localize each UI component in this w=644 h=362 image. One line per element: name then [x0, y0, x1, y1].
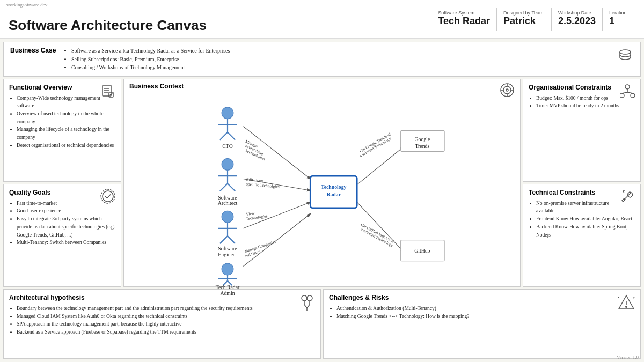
functional-overview-list: Company-Wide technology management softw…: [9, 94, 115, 150]
svg-text:Radar: Radar: [326, 191, 341, 197]
bottom-row: Architectural hypothesis Boundary betwee…: [3, 289, 641, 359]
functional-overview-icon: [100, 84, 115, 101]
svg-text:GitHub: GitHub: [414, 248, 430, 254]
iteration-field: Iteration: 1: [603, 8, 635, 31]
left-column: Functional Overview Company-Wide technol…: [3, 79, 121, 287]
svg-text:Tech Radar: Tech Radar: [216, 284, 240, 290]
cr-item-2: Matching Google Trends <--> Technology: …: [336, 313, 635, 321]
arch-hypothesis-panel: Architectural hypothesis Boundary betwee…: [3, 289, 321, 359]
svg-text:Technology: Technology: [321, 183, 347, 189]
svg-line-38: [228, 132, 235, 139]
diagram-area: Manage overarching Technologies Edit Tea…: [124, 94, 520, 287]
challenges-risks-panel: Challenges & Risks Authentication & Auth…: [323, 289, 641, 359]
version-text: Version 1.0: [617, 354, 639, 360]
system-field: Software System: Tech Radar: [431, 8, 497, 31]
header-fields: Software System: Tech Radar Designed by …: [431, 8, 635, 31]
fo-item-3: Managing the lifecycle of a technology i…: [17, 125, 115, 141]
svg-text:Engineer: Engineer: [218, 252, 237, 257]
main-row: Functional Overview Company-Wide technol…: [3, 79, 641, 287]
page-title: Software Architecture Canvas: [9, 17, 207, 34]
svg-line-73: [622, 92, 627, 93]
cr-item-1: Authentication & Authorization (Multi-Te…: [336, 305, 635, 313]
tech-constraints-list: No on-premise server infrastructure avai…: [529, 200, 635, 239]
business-case-item-2: Selling Subscriptions: Basic, Premium, E…: [71, 55, 611, 64]
site-url: workingsoftware.dev: [6, 2, 47, 8]
svg-text:Software: Software: [218, 194, 237, 200]
svg-line-18: [243, 213, 310, 266]
svg-point-9: [503, 86, 511, 94]
arch-hypothesis-title: Architectural hypothesis: [9, 294, 315, 301]
svg-text:CTO: CTO: [222, 143, 232, 149]
svg-line-43: [220, 183, 228, 191]
svg-point-71: [631, 93, 635, 98]
svg-line-44: [228, 183, 235, 191]
qg-item-4: Multi-Tenancy: Switch between Companies: [17, 239, 115, 247]
svg-point-69: [625, 85, 630, 89]
qg-item-2: Good user experience: [17, 207, 115, 215]
svg-text:Trends: Trends: [415, 143, 429, 149]
team-field: Designed by Team: Patrick: [497, 8, 552, 31]
diagram-svg: Manage overarching Technologies Edit Tea…: [124, 94, 520, 287]
org-constraints-title: Organisational Constraints: [529, 84, 635, 91]
svg-point-54: [222, 263, 233, 275]
svg-text:specific Technolgies: specific Technolgies: [246, 181, 280, 189]
tech-constraints-panel: Technical Constraints No on-premise serv…: [523, 184, 641, 287]
business-case-item-1: Software as a Service a.k.a Technology R…: [71, 47, 611, 55]
coins-icon: [617, 47, 634, 67]
ah-item-3: SPA approach in the technology managemen…: [17, 320, 315, 328]
fo-item-2: Overview of used technology in the whole…: [17, 110, 115, 125]
tc-item-2: Frontend Know How available: Angular, Re…: [536, 215, 635, 223]
ah-item-4: Backend as a Service approach (Firebase …: [17, 328, 315, 336]
functional-overview-panel: Functional Overview Company-Wide technol…: [3, 79, 121, 182]
date-field: Workshop Date: 2.5.2023: [552, 8, 603, 31]
challenges-risks-list: Authentication & Authorization (Multi-Te…: [329, 305, 635, 320]
warning-icon: [618, 294, 635, 312]
quality-goals-title: Quality Goals: [9, 189, 115, 196]
svg-point-40: [222, 158, 233, 170]
svg-line-81: [304, 305, 307, 308]
oc-item-2: Time: MVP should be ready in 2 months: [536, 102, 635, 110]
right-column: Organisational Constraints Budget: Max. …: [523, 79, 641, 287]
svg-point-34: [222, 107, 233, 119]
svg-point-7: [101, 189, 115, 203]
functional-overview-title: Functional Overview: [9, 84, 115, 91]
challenges-risks-title: Challenges & Risks: [329, 294, 635, 301]
svg-point-77: [302, 295, 307, 301]
fo-item-4: Detect organisational or technical depen…: [17, 142, 115, 150]
svg-text:Software: Software: [218, 246, 237, 252]
page: workingsoftware.dev Software Architectur…: [0, 0, 644, 362]
org-icon: [620, 84, 635, 101]
svg-text:Google: Google: [414, 136, 430, 142]
svg-text:Architect: Architect: [218, 200, 238, 206]
svg-line-51: [228, 235, 235, 243]
tech-constraints-title: Technical Constraints: [529, 189, 635, 196]
svg-point-10: [506, 89, 508, 91]
tc-item-3: Backend Know-How available: Spring Boot,…: [536, 223, 635, 239]
quality-goals-list: Fast time-to-market Good user experience…: [9, 200, 115, 247]
checkmark-icon: [100, 189, 115, 206]
business-case-title: Business Case: [10, 47, 58, 54]
svg-point-70: [620, 93, 624, 98]
ah-item-2: Managed Cloud IAM System like Auth0 or O…: [17, 313, 315, 321]
svg-line-82: [307, 305, 310, 308]
svg-line-74: [627, 92, 633, 93]
business-context-panel: Business Context: [123, 79, 521, 287]
business-case-panel: Business Case Software as a Service a.k.…: [3, 42, 641, 77]
wrench-icon: [620, 189, 635, 206]
svg-point-78: [307, 295, 312, 301]
svg-point-47: [222, 211, 233, 223]
ah-item-1: Boundary between the technology manageme…: [17, 305, 315, 313]
org-constraints-list: Budget: Max. $100 / month for ops Time: …: [529, 94, 635, 110]
svg-line-89: [618, 297, 619, 298]
quality-goals-panel: Quality Goals Fast time-to-market Good u…: [3, 184, 121, 287]
svg-line-37: [220, 132, 228, 139]
svg-point-86: [626, 306, 627, 307]
arch-hypothesis-list: Boundary between the technology manageme…: [9, 305, 315, 336]
business-case-content: Software as a Service a.k.a Technology R…: [64, 47, 611, 72]
business-case-item-3: Consulting / Workshops of Technology Man…: [71, 63, 611, 72]
svg-point-0: [620, 50, 631, 54]
top-bar: workingsoftware.dev Software Architectur…: [0, 0, 644, 39]
svg-point-6: [103, 191, 113, 202]
svg-line-50: [220, 235, 228, 243]
svg-line-88: [633, 297, 634, 298]
